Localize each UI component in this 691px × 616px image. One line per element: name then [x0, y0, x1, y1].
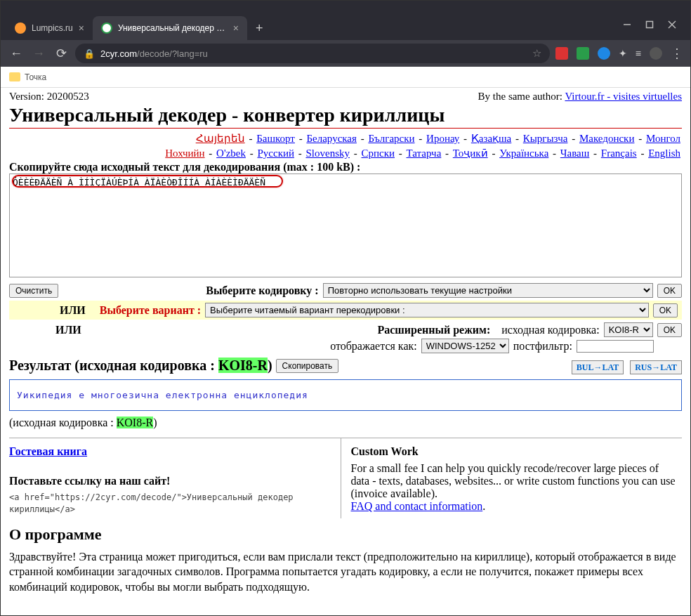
- ext-green-icon[interactable]: [577, 47, 589, 60]
- source-encoding-note: (исходная кодировка : KOI8-R): [9, 417, 682, 429]
- url-domain: 2cyr.com: [100, 48, 137, 59]
- postfilter-input[interactable]: [577, 340, 654, 353]
- lang-link[interactable]: Татарча: [407, 148, 442, 159]
- lang-link[interactable]: Български: [368, 133, 414, 144]
- lock-icon: 🔒: [84, 48, 95, 59]
- lang-link[interactable]: Slovensky: [305, 148, 350, 159]
- link-snippet[interactable]: <a href="https://2cyr.com/decode/">Униве…: [9, 492, 335, 516]
- postfilter-label: постфильтр:: [513, 340, 572, 353]
- ext-mode-label: Расширенный режим:: [377, 324, 490, 336]
- tabs-area: Lumpics.ru × Универсальный декодер - кон…: [6, 1, 614, 40]
- close-window-icon[interactable]: [668, 20, 676, 29]
- about-paragraph: Здравствуйте! Эта страница может пригоди…: [9, 549, 682, 595]
- window-controls: [614, 20, 685, 40]
- svg-rect-1: [647, 22, 653, 28]
- guestbook-link[interactable]: Гостевая книга: [9, 445, 87, 457]
- tab-favicon-decoder: [101, 22, 112, 34]
- tab-favicon-lumpics: [15, 22, 26, 34]
- ext-blue-icon[interactable]: [598, 47, 610, 60]
- version-text: Version: 20200523: [9, 91, 89, 103]
- custom-work-title: Custom Work: [351, 445, 677, 458]
- put-link-label: Поставьте ссылку на наш сайт!: [9, 475, 335, 487]
- reading-list-icon[interactable]: ≡: [636, 48, 641, 59]
- faq-link[interactable]: FAQ and contact information: [351, 500, 483, 512]
- minimize-icon[interactable]: [623, 20, 631, 29]
- titlebar: Lumpics.ru × Универсальный декодер - кон…: [1, 1, 690, 40]
- lang-link[interactable]: Српски: [361, 148, 395, 159]
- tab-decoder[interactable]: Универсальный декодер - конв ×: [93, 16, 247, 40]
- ok-button[interactable]: OK: [657, 284, 682, 298]
- lang-link[interactable]: Тоҷикӣ: [453, 148, 488, 159]
- ext-opera-icon[interactable]: [555, 47, 568, 60]
- maximize-icon[interactable]: [645, 20, 654, 29]
- page-content: Version: 20200523 By the same author: Vi…: [1, 88, 690, 603]
- forward-button[interactable]: →: [30, 46, 47, 61]
- lang-link[interactable]: Кыргызча: [523, 133, 568, 144]
- folder-icon: [9, 72, 20, 81]
- or-label-2: ИЛИ: [55, 324, 81, 336]
- address-bar: ← → ⟳ 🔒 2cyr.com/decode/?lang=ru ☆ ✦ ≡ ⋮: [1, 40, 690, 67]
- lang-link[interactable]: Башкорт: [256, 133, 295, 144]
- menu-icon[interactable]: ⋮: [671, 46, 683, 61]
- or-label: ИЛИ: [60, 304, 86, 317]
- tab-title: Универсальный декодер - конв: [118, 23, 228, 33]
- page-title: Универсальный декодер - конвертер кирилл…: [9, 104, 682, 129]
- shown-as-select[interactable]: WINDOWS-1252: [421, 339, 509, 353]
- choose-variant-label: Выберите вариант :: [100, 304, 201, 317]
- right-column: Custom Work For a small fee I can help y…: [341, 438, 683, 518]
- lang-link[interactable]: Беларуская: [306, 133, 357, 144]
- close-icon[interactable]: ×: [79, 22, 84, 34]
- shown-as-label: отображается как:: [330, 340, 417, 353]
- ok-button-3[interactable]: OK: [657, 323, 682, 337]
- result-output: Уикипедия е многоезична електронна енцик…: [9, 379, 682, 411]
- lang-link[interactable]: Қазақша: [471, 133, 511, 144]
- lang-link[interactable]: Нохчийн: [165, 148, 204, 159]
- extensions: ✦ ≡ ⋮: [555, 46, 683, 61]
- left-column: Гостевая книга Поставьте ссылку на наш с…: [9, 438, 341, 518]
- same-author: By the same author: Virtour.fr - visites…: [478, 91, 682, 103]
- source-label: Скопируйте сюда исходный текст для декод…: [9, 161, 682, 173]
- bul-lat-button[interactable]: BUL→LAT: [572, 360, 624, 374]
- source-textarea[interactable]: [9, 173, 682, 277]
- lang-link[interactable]: Иронау: [426, 133, 459, 144]
- clear-button[interactable]: Очистить: [9, 284, 58, 298]
- lang-link[interactable]: Монгол: [646, 133, 680, 144]
- encoding-select[interactable]: Повторно использовать текущие настройки: [323, 283, 653, 298]
- lang-link[interactable]: Македонски: [579, 133, 635, 144]
- about-heading: О программе: [9, 525, 682, 544]
- bookmark-star-icon[interactable]: ☆: [532, 47, 541, 60]
- language-links: Հայերեն - Башкорт - Беларуская - Българс…: [9, 131, 682, 161]
- bookmark-item[interactable]: Точка: [25, 72, 46, 82]
- new-tab-button[interactable]: +: [247, 21, 272, 40]
- close-icon[interactable]: ×: [233, 22, 239, 34]
- ok-button-2[interactable]: OK: [653, 303, 678, 317]
- back-button[interactable]: ←: [8, 46, 25, 61]
- lang-link[interactable]: English: [648, 148, 680, 159]
- tab-title: Lumpics.ru: [32, 23, 73, 33]
- src-encoding-select[interactable]: KOI8-R: [604, 322, 653, 337]
- extensions-puzzle-icon[interactable]: ✦: [619, 48, 627, 59]
- copy-button[interactable]: Скопировать: [276, 359, 339, 373]
- lang-link[interactable]: Русский: [257, 148, 294, 159]
- lang-link[interactable]: Հայերեն: [196, 133, 245, 144]
- bookmarks-bar: Точка: [1, 67, 690, 88]
- src-enc-label: исходная кодировка:: [501, 324, 599, 336]
- profile-avatar[interactable]: [650, 47, 662, 60]
- choose-encoding-label: Выберите кодировку :: [206, 284, 318, 297]
- tab-lumpics[interactable]: Lumpics.ru ×: [6, 16, 93, 40]
- lang-link[interactable]: Français: [601, 148, 637, 159]
- lang-link[interactable]: Чаваш: [560, 148, 590, 159]
- url-path: /decode/?lang=ru: [137, 48, 208, 59]
- variant-select[interactable]: Выберите читаемый вариант перекодировки …: [205, 303, 649, 317]
- lang-link[interactable]: O'zbek: [216, 148, 246, 159]
- reload-button[interactable]: ⟳: [53, 46, 70, 61]
- custom-work-text: For a small fee I can help you quickly r…: [351, 462, 677, 500]
- url-field[interactable]: 🔒 2cyr.com/decode/?lang=ru ☆: [75, 44, 550, 63]
- lang-link[interactable]: Українська: [499, 148, 548, 159]
- rus-lat-button[interactable]: RUS→LAT: [630, 360, 682, 374]
- result-header: Результат (исходная кодировка : KOI8-R) …: [9, 358, 682, 374]
- virtour-link[interactable]: Virtour.fr - visites virtuelles: [565, 91, 682, 102]
